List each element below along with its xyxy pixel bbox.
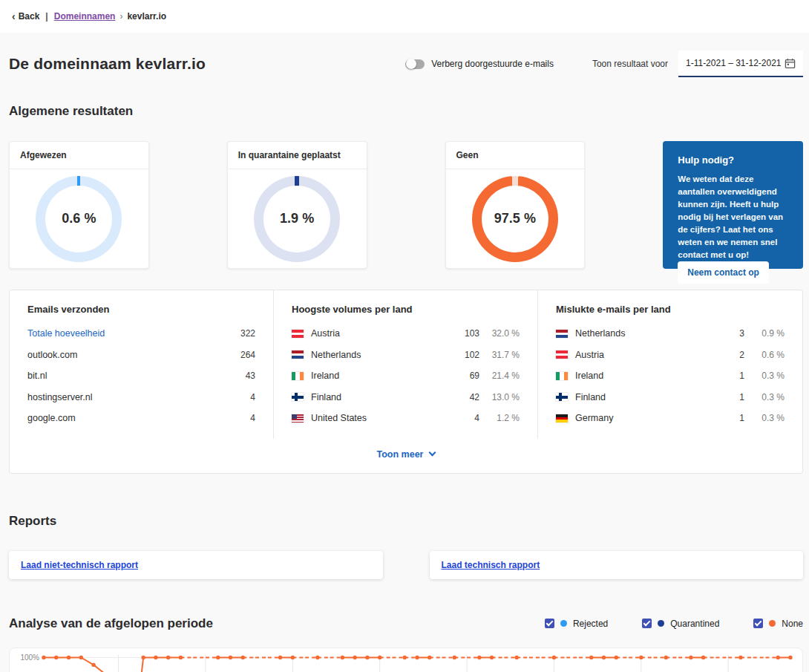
stats-label: outlook.com (27, 350, 240, 360)
legend-label: None (782, 619, 803, 629)
stats-column-title: Emails verzonden (27, 304, 255, 315)
stats-percent: 13.0 % (479, 392, 520, 402)
stats-percent: 0.3 % (744, 392, 785, 402)
stats-label: Austria (311, 328, 453, 339)
stats-label: bit.nl (27, 371, 246, 381)
legend-item-none: None (753, 619, 803, 629)
card-quarantaine-title: In quarantaine geplaatst (228, 142, 367, 169)
flag-finland-icon (292, 393, 304, 401)
section-title-reports: Reports (9, 514, 803, 529)
stats-label: Netherlands (575, 328, 718, 339)
legend-item-rejected: Rejected (545, 619, 608, 629)
stats-table-card: Emails verzondenTotale hoeveelheid322out… (9, 290, 803, 474)
contact-button[interactable]: Neem contact op (678, 261, 769, 284)
date-range-value: 1-11-2021 – 31-12-2021 (686, 58, 785, 68)
stats-percent: 0.9 % (744, 328, 785, 339)
toggle-knob (406, 59, 416, 69)
donut-quarantaine-value: 1.9 % (280, 211, 314, 226)
flag-austria-icon (292, 330, 304, 338)
stats-percent: 1.2 % (479, 413, 520, 423)
help-card-body: We weten dat deze aantallen overweldigen… (678, 173, 788, 261)
flag-netherlands-icon (556, 330, 568, 338)
stats-row: Austria10332.0 % (292, 328, 520, 339)
stats-row: Ireland6921.4 % (292, 371, 520, 381)
legend-checkbox-quarantined[interactable] (642, 619, 652, 628)
stats-total-link[interactable]: Totale hoeveelheid (27, 328, 240, 339)
donut-chart-geen: 97.5 % (472, 176, 558, 262)
flag-finland-icon (556, 393, 568, 401)
donut-chart-afgewezen: 0.6 % (36, 176, 122, 262)
chevron-left-icon: ‹ (12, 10, 16, 22)
stats-column: Hoogste volumes per landAustria10332.0 %… (274, 290, 538, 439)
stats-row: United States41.2 % (292, 413, 520, 423)
help-card-title: Hulp nodig? (678, 154, 788, 166)
report-card-non-technical: Laad niet-technisch rapport (9, 551, 383, 579)
stats-percent: 0.3 % (744, 371, 785, 381)
stats-label: Finland (575, 392, 718, 402)
hide-forwarded-toggle-group: Verberg doorgestuurde e-mails (405, 59, 554, 69)
report-card-technical: Laad technisch rapport (430, 551, 804, 579)
technical-report-link[interactable]: Laad technisch rapport (442, 560, 540, 570)
stats-row: Germany10.3 % (556, 413, 785, 423)
back-button[interactable]: ‹ Back (12, 10, 39, 22)
card-afgewezen-title: Afgewezen (10, 142, 148, 169)
breadcrumb-current: kevlarr.io (127, 11, 166, 22)
stats-row: Totale hoeveelheid322 (27, 328, 255, 339)
stats-label: google.com (27, 413, 250, 423)
legend-label: Rejected (573, 619, 608, 629)
card-geen-title: Geen (446, 142, 585, 169)
toggle-label: Verberg doorgestuurde e-mails (431, 59, 554, 69)
stats-count: 103 (453, 328, 479, 339)
legend-checkbox-rejected[interactable] (545, 619, 554, 628)
calendar-icon[interactable] (785, 58, 796, 69)
stats-value: 43 (246, 371, 255, 381)
back-label: Back (19, 11, 40, 22)
card-afgewezen: Afgewezen 0.6 % (9, 141, 149, 269)
show-more-button[interactable]: Toon meer (10, 439, 802, 473)
stats-row: Austria20.6 % (556, 350, 785, 360)
general-results-cards: Afgewezen 0.6 % In quarantaine geplaatst… (9, 141, 803, 269)
page-title: De domeinnaam kevlarr.io (9, 55, 206, 73)
chevron-right-icon: › (119, 11, 122, 22)
stats-columns: Emails verzondenTotale hoeveelheid322out… (10, 290, 802, 439)
stats-row: Ireland10.3 % (556, 371, 785, 381)
stats-count: 3 (718, 328, 744, 339)
non-technical-report-link[interactable]: Laad niet-technisch rapport (21, 560, 138, 570)
stats-count: 69 (453, 371, 479, 381)
stats-row: hostingserver.nl4 (27, 392, 255, 402)
stats-value: 4 (250, 413, 255, 423)
stats-label: Austria (575, 350, 718, 360)
stats-label: Finland (311, 392, 453, 402)
stats-label: United States (311, 413, 453, 423)
stats-percent: 0.6 % (744, 350, 785, 360)
legend-dot-none (769, 620, 776, 627)
stats-label: Ireland (311, 371, 453, 381)
flag-ireland-icon (556, 372, 568, 380)
stats-row: Finland10.3 % (556, 392, 785, 402)
flag-netherlands-icon (292, 350, 304, 359)
legend-item-quarantined: Quarantined (642, 619, 719, 629)
date-filter-label: Toon resultaat voor (592, 59, 668, 69)
stats-count: 42 (453, 392, 479, 402)
stats-percent: 31.7 % (479, 350, 520, 360)
stats-count: 102 (453, 350, 479, 360)
breadcrumb-separator: | (45, 11, 48, 22)
svg-text:100%: 100% (20, 653, 39, 662)
chevron-down-icon (429, 449, 436, 457)
stats-count: 4 (453, 413, 479, 423)
stats-row: Netherlands10231.7 % (292, 350, 520, 360)
stats-column-title: Mislukte e-mails per land (556, 304, 785, 315)
breadcrumb-domeinnamen-link[interactable]: Domeinnamen (54, 11, 116, 22)
flag-austria-icon (556, 350, 568, 359)
stats-percent: 32.0 % (479, 328, 520, 339)
stats-count: 1 (718, 413, 744, 423)
section-title-general: Algemene resultaten (9, 104, 803, 119)
legend-checkbox-none[interactable] (753, 619, 763, 628)
card-quarantaine: In quarantaine geplaatst 1.9 % (227, 141, 367, 269)
donut-afgewezen-value: 0.6 % (62, 211, 96, 226)
stats-row: outlook.com264 (27, 350, 255, 360)
hide-forwarded-toggle[interactable] (405, 59, 425, 69)
chart-legend: RejectedQuarantinedNone (545, 619, 803, 629)
date-range-input[interactable]: 1-11-2021 – 31-12-2021 (678, 50, 803, 77)
stats-label: Germany (575, 413, 718, 423)
